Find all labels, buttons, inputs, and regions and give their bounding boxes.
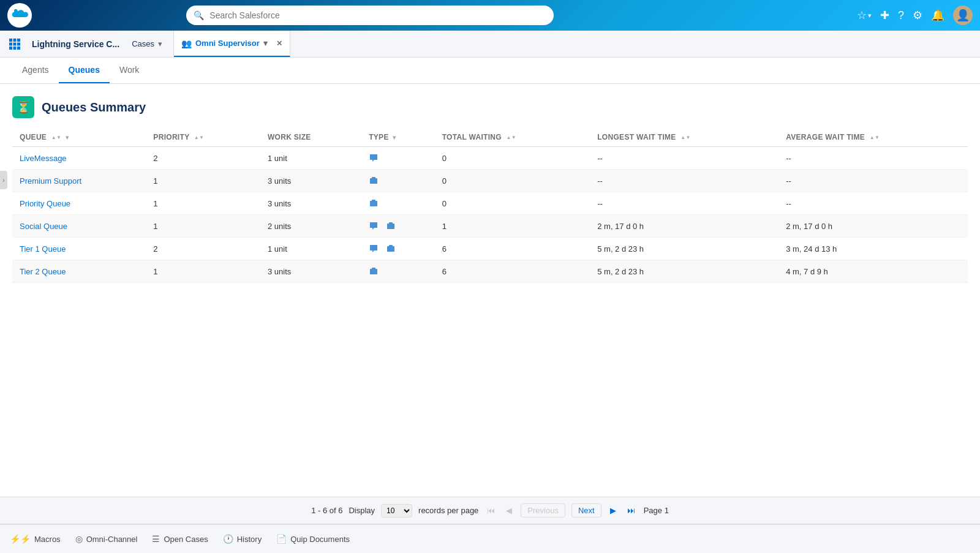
waffle-icon[interactable] bbox=[5, 34, 24, 54]
svg-rect-8 bbox=[17, 47, 20, 50]
add-icon[interactable]: ✚ bbox=[880, 9, 889, 22]
help-icon[interactable]: ? bbox=[898, 9, 904, 22]
priority-sort-icon[interactable]: ▲▼ bbox=[194, 135, 204, 140]
col-total-waiting: TOTAL WAITING ▲▼ bbox=[435, 128, 590, 147]
svg-rect-15 bbox=[387, 246, 394, 252]
macro-icon: ⚡⚡ bbox=[10, 534, 31, 544]
svg-rect-0 bbox=[9, 39, 12, 42]
cell-longest-wait-4: 5 m, 2 d 23 h bbox=[590, 238, 778, 260]
search-input[interactable] bbox=[186, 6, 554, 25]
sidebar-toggle[interactable]: › bbox=[0, 171, 7, 189]
salesforce-logo[interactable] bbox=[7, 3, 32, 28]
svg-rect-9 bbox=[370, 178, 377, 184]
section-header: ⏳ Queues Summary bbox=[12, 96, 968, 118]
top-nav: 🔍 ☆ ▾ ✚ ? ⚙ 🔔 👤 bbox=[0, 0, 980, 31]
pagination-bar: 1 - 6 of 6 Display 102550100 records per… bbox=[0, 497, 980, 524]
people-icon: 👥 bbox=[181, 39, 192, 48]
queues-table: QUEUE ▲▼ ▾ PRIORITY ▲▼ WORK SIZE TYPE ▾ bbox=[12, 128, 968, 283]
last-page-button[interactable]: ⏭ bbox=[625, 505, 638, 516]
cell-avg-wait-5: 4 m, 7 d 9 h bbox=[778, 260, 968, 283]
list-icon: ☰ bbox=[152, 534, 160, 544]
table-row: Priority Queue 1 3 units 0 -- -- bbox=[12, 192, 968, 215]
cell-avg-wait-1: -- bbox=[778, 170, 968, 192]
first-page-button[interactable]: ⏮ bbox=[484, 505, 497, 516]
bottom-open-cases[interactable]: ☰ Open Cases bbox=[152, 534, 208, 544]
sub-tab-queues[interactable]: Queues bbox=[59, 58, 110, 83]
svg-rect-4 bbox=[13, 42, 17, 45]
tab-bar-left: Lightning Service C... bbox=[5, 31, 124, 57]
bottom-macros-label: Macros bbox=[34, 535, 61, 544]
cell-avg-wait-4: 3 m, 24 d 13 h bbox=[778, 238, 968, 260]
sub-tab-work[interactable]: Work bbox=[110, 58, 149, 83]
col-longest-wait: LONGEST WAIT TIME ▲▼ bbox=[590, 128, 778, 147]
tab-omni-close[interactable]: ✕ bbox=[276, 39, 282, 48]
bottom-history[interactable]: 🕐 History bbox=[223, 534, 262, 544]
previous-button[interactable]: Previous bbox=[521, 503, 565, 517]
hourglass-icon: ⏳ bbox=[12, 96, 34, 118]
tab-cases[interactable]: Cases ▾ bbox=[124, 31, 174, 57]
table-row: Premium Support 1 3 units 0 -- -- bbox=[12, 170, 968, 192]
page-label: Page 1 bbox=[644, 506, 669, 515]
col-work-size: WORK SIZE bbox=[260, 128, 361, 147]
app-name: Lightning Service C... bbox=[27, 39, 124, 49]
table-row: Tier 2 Queue 1 3 units 6 5 m, 2 d 23 h 4… bbox=[12, 260, 968, 283]
sub-tab-agents[interactable]: Agents bbox=[12, 58, 59, 83]
avatar[interactable]: 👤 bbox=[953, 6, 973, 25]
prev-icon-button[interactable]: ◀ bbox=[503, 505, 514, 516]
queues-content: ⏳ Queues Summary QUEUE ▲▼ ▾ PRIORITY ▲▼ … bbox=[0, 84, 980, 497]
cell-queue-0: LiveMessage bbox=[12, 147, 146, 170]
bottom-macros[interactable]: ⚡⚡ Macros bbox=[10, 534, 61, 544]
cell-work-size-0: 1 unit bbox=[260, 147, 361, 170]
settings-icon[interactable]: ⚙ bbox=[913, 9, 922, 22]
svg-rect-17 bbox=[370, 269, 377, 274]
cell-work-size-1: 3 units bbox=[260, 170, 361, 192]
cell-avg-wait-3: 2 m, 17 d 0 h bbox=[778, 215, 968, 238]
favorites-icon[interactable]: ☆ ▾ bbox=[857, 9, 872, 22]
svg-rect-13 bbox=[387, 224, 394, 229]
svg-rect-18 bbox=[372, 268, 375, 269]
search-bar: 🔍 bbox=[186, 6, 554, 25]
per-page-select[interactable]: 102550100 bbox=[381, 504, 412, 517]
bottom-open-cases-label: Open Cases bbox=[164, 535, 208, 544]
tab-omni-supervisor[interactable]: 👥 Omni Supervisor ▾ ✕ bbox=[174, 31, 290, 57]
cell-priority-5: 1 bbox=[146, 260, 260, 283]
cell-priority-0: 2 bbox=[146, 147, 260, 170]
total-waiting-sort-icon[interactable]: ▲▼ bbox=[507, 135, 516, 140]
svg-rect-7 bbox=[13, 47, 17, 50]
col-avg-wait: AVERAGE WAIT TIME ▲▼ bbox=[778, 128, 968, 147]
queue-sort-icon[interactable]: ▲▼ bbox=[51, 135, 61, 140]
notifications-icon[interactable]: 🔔 bbox=[931, 9, 944, 22]
bottom-omni-channel[interactable]: ◎ Omni-Channel bbox=[75, 534, 138, 544]
queue-link-0[interactable]: LiveMessage bbox=[20, 154, 67, 163]
cell-type-2 bbox=[361, 192, 435, 215]
cell-longest-wait-0: -- bbox=[590, 147, 778, 170]
next-icon-button[interactable]: ▶ bbox=[608, 505, 619, 516]
cell-avg-wait-0: -- bbox=[778, 147, 968, 170]
cell-longest-wait-1: -- bbox=[590, 170, 778, 192]
queue-link-4[interactable]: Tier 1 Queue bbox=[20, 244, 66, 254]
svg-rect-16 bbox=[389, 245, 393, 247]
avg-wait-sort-icon[interactable]: ▲▼ bbox=[870, 135, 880, 140]
queue-link-2[interactable]: Priority Queue bbox=[20, 199, 70, 208]
doc-icon: 📄 bbox=[276, 534, 287, 544]
longest-wait-sort-icon[interactable]: ▲▼ bbox=[680, 135, 690, 140]
queue-link-1[interactable]: Premium Support bbox=[20, 176, 81, 186]
queue-link-5[interactable]: Tier 2 Queue bbox=[20, 267, 66, 276]
main-content: › Agents Queues Work ⏳ Queues Summary QU… bbox=[0, 58, 980, 524]
col-type: TYPE ▾ bbox=[361, 128, 435, 147]
cell-queue-3: Social Queue bbox=[12, 215, 146, 238]
svg-rect-12 bbox=[372, 200, 375, 201]
table-header-row: QUEUE ▲▼ ▾ PRIORITY ▲▼ WORK SIZE TYPE ▾ bbox=[12, 128, 968, 147]
cell-work-size-3: 2 units bbox=[260, 215, 361, 238]
cell-queue-4: Tier 1 Queue bbox=[12, 238, 146, 260]
tab-omni-dropdown[interactable]: ▾ bbox=[260, 39, 271, 48]
cell-work-size-2: 3 units bbox=[260, 192, 361, 215]
bottom-quip[interactable]: 📄 Quip Documents bbox=[276, 534, 350, 544]
clock-icon: 🕐 bbox=[223, 534, 233, 544]
queue-filter-icon[interactable]: ▾ bbox=[66, 134, 69, 141]
tab-cases-dropdown[interactable]: ▾ bbox=[154, 39, 166, 48]
type-filter-icon[interactable]: ▾ bbox=[393, 134, 396, 141]
cell-priority-1: 1 bbox=[146, 170, 260, 192]
queue-link-3[interactable]: Social Queue bbox=[20, 222, 67, 231]
next-button[interactable]: Next bbox=[571, 503, 601, 517]
